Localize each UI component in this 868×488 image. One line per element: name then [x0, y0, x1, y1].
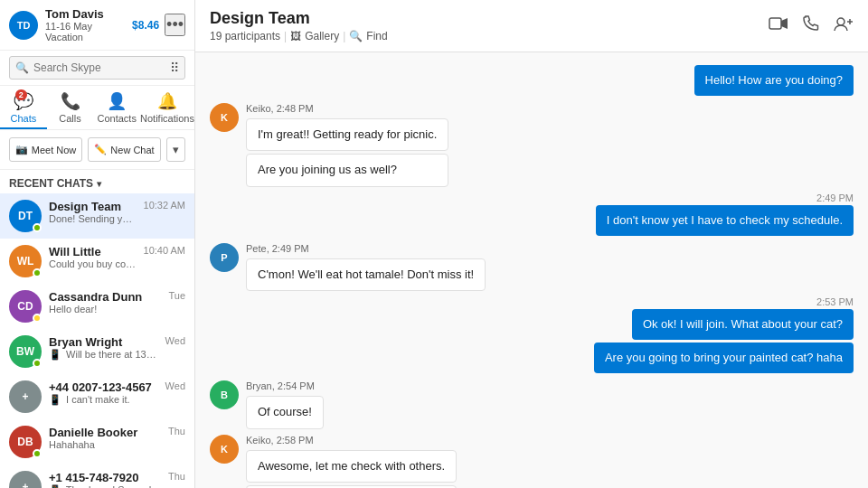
- avatar: WL: [9, 245, 42, 277]
- avatar: DT: [9, 200, 42, 232]
- apps-icon[interactable]: ⠿: [170, 61, 179, 75]
- chat-title: Design Team: [210, 9, 388, 28]
- list-item[interactable]: DT Design Team Done! Sending you. 10:32 …: [0, 193, 194, 239]
- user-avatar: TD: [9, 11, 38, 40]
- voice-call-button[interactable]: [803, 15, 819, 36]
- chat-time: 10:32 AM: [144, 200, 185, 211]
- chat-subtitle: 19 participants | 🖼 Gallery | 🔍 Find: [210, 30, 388, 42]
- avatar: BW: [9, 335, 42, 368]
- recent-chats-label[interactable]: RECENT CHATS ▾: [0, 170, 194, 193]
- list-item[interactable]: + +44 0207-123-4567 📱 I can't make it. W…: [0, 374, 194, 419]
- find-label: Find: [366, 30, 387, 42]
- message-bubble: Are you joining us as well?: [246, 154, 448, 186]
- svg-point-2: [837, 18, 844, 25]
- video-icon: [769, 16, 788, 31]
- avatar: CD: [9, 290, 42, 323]
- msg-time: 2:53 PM: [594, 296, 854, 307]
- chats-badge: 2: [15, 89, 27, 100]
- list-item[interactable]: WL Will Little Could you buy coffee for …: [0, 239, 194, 284]
- message-bubble: C'mon! We'll eat hot tamale! Don't miss …: [246, 258, 486, 291]
- phone-icon: [803, 15, 819, 32]
- action-buttons: 📷 Meet Now ✏️ New Chat ▾: [0, 130, 194, 170]
- message-bubble: I'm great!! Getting ready for picnic.: [246, 118, 448, 151]
- participants-label: 19 participants: [210, 30, 280, 42]
- user-name: Tom Davis: [45, 7, 132, 21]
- search-input[interactable]: [9, 56, 185, 80]
- status-dot: [33, 223, 42, 232]
- more-button[interactable]: •••: [165, 14, 185, 36]
- chat-time: Wed: [165, 380, 185, 391]
- search-icon: 🔍: [15, 61, 29, 74]
- message-bubble: Ok ok! I will join. What about your cat?: [632, 309, 854, 340]
- user-balance: $8.46: [132, 19, 159, 32]
- message-bubble: Hello! How are you doing?: [694, 65, 854, 96]
- tab-notifications[interactable]: 🔔 Notifications: [140, 86, 194, 129]
- status-dot: [33, 268, 42, 277]
- msg-sender-time: Keiko, 2:58 PM: [246, 435, 457, 446]
- tab-calls-label: Calls: [59, 113, 80, 124]
- chat-time: Thu: [168, 471, 185, 482]
- msg-time: 2:49 PM: [596, 192, 854, 203]
- status-dot: [33, 314, 42, 323]
- nav-tabs: 💬 Chats 2 📞 Calls 👤 Contacts 🔔 Notificat…: [0, 86, 194, 130]
- status-dot: [33, 359, 42, 368]
- new-chat-button[interactable]: ✏️ New Chat: [88, 137, 161, 162]
- chat-name: Will Little: [49, 245, 137, 258]
- tab-calls[interactable]: 📞 Calls: [47, 86, 94, 129]
- tab-chats-label: Chats: [10, 113, 36, 124]
- msg-group: 2:49 PM I don't know yet I have to check…: [210, 192, 854, 236]
- list-item[interactable]: BW Bryan Wright 📱 Will be there at 13:00…: [0, 329, 194, 374]
- chat-time: 10:40 AM: [144, 245, 185, 256]
- list-item[interactable]: DB Danielle Booker Hahahaha Thu: [0, 419, 194, 465]
- msg-group: K Keiko, 2:58 PM Awesome, let me check w…: [210, 435, 854, 489]
- msg-group: K Keiko, 2:48 PM I'm great!! Getting rea…: [210, 103, 854, 186]
- tab-contacts-label: Contacts: [98, 113, 137, 124]
- sender-avatar: P: [210, 243, 239, 272]
- chat-preview: 📱 I can't make it.: [49, 394, 158, 406]
- message-bubble: Awesome, let me check with others.: [246, 450, 457, 483]
- meet-now-button[interactable]: 📷 Meet Now: [9, 137, 82, 162]
- chat-list: DT Design Team Done! Sending you. 10:32 …: [0, 193, 194, 488]
- chat-time: Wed: [165, 335, 185, 346]
- chat-time: Thu: [168, 426, 185, 436]
- chat-preview: Could you buy coffee for me?: [49, 258, 137, 269]
- list-item[interactable]: CD Cassandra Dunn Hello dear! Tue: [0, 284, 194, 329]
- find-icon: 🔍: [349, 30, 363, 42]
- add-person-icon: [834, 15, 854, 32]
- chat-name: +1 415-748-7920: [49, 471, 161, 484]
- new-chat-dropdown[interactable]: ▾: [166, 137, 185, 162]
- user-status: 11-16 May Vacation: [45, 21, 132, 42]
- message-bubble: I don't know yet I have to check my sche…: [596, 205, 854, 236]
- msg-group: Hello! How are you doing?: [210, 63, 854, 96]
- chat-name: Design Team: [49, 200, 137, 213]
- avatar: DB: [9, 426, 42, 458]
- sidebar: TD Tom Davis 11-16 May Vacation $8.46 ••…: [0, 0, 195, 488]
- tab-notifications-label: Notifications: [140, 113, 194, 124]
- calls-icon: 📞: [61, 91, 80, 111]
- msg-group: P Pete, 2:49 PM C'mon! We'll eat hot tam…: [210, 243, 854, 291]
- tab-chats[interactable]: 💬 Chats 2: [0, 86, 47, 129]
- chat-name: +44 0207-123-4567: [49, 380, 158, 394]
- search-bar: 🔍 ⠿: [0, 51, 194, 86]
- chat-preview: Hello dear!: [49, 304, 161, 314]
- sender-avatar: K: [210, 103, 239, 132]
- list-item[interactable]: + +1 415-748-7920 📱 Thank you! See ya! T…: [0, 465, 194, 488]
- user-info: TD Tom Davis 11-16 May Vacation: [9, 7, 132, 42]
- msg-sender-time: Pete, 2:49 PM: [246, 243, 486, 254]
- msg-group: 2:53 PM Ok ok! I will join. What about y…: [210, 296, 854, 373]
- status-dot: [33, 449, 42, 458]
- main-chat: Design Team 19 participants | 🖼 Gallery …: [195, 0, 868, 488]
- chat-name: Cassandra Dunn: [49, 290, 161, 304]
- svg-rect-0: [769, 18, 781, 29]
- chat-preview: Done! Sending you.: [49, 213, 137, 224]
- chat-preview: 📱 Thank you! See ya!: [49, 484, 161, 488]
- msg-sender-time: Bryan, 2:54 PM: [246, 380, 324, 391]
- video-call-button[interactable]: [769, 16, 788, 35]
- message-bubble: Are you going to bring your painted cat?…: [594, 343, 854, 373]
- message-bubble: Of course!: [246, 396, 324, 428]
- chevron-down-icon: ▾: [97, 179, 101, 189]
- avatar: +: [9, 380, 42, 413]
- tab-contacts[interactable]: 👤 Contacts: [93, 86, 140, 129]
- add-participant-button[interactable]: [834, 15, 854, 36]
- msg-group: B Bryan, 2:54 PM Of course!: [210, 380, 854, 428]
